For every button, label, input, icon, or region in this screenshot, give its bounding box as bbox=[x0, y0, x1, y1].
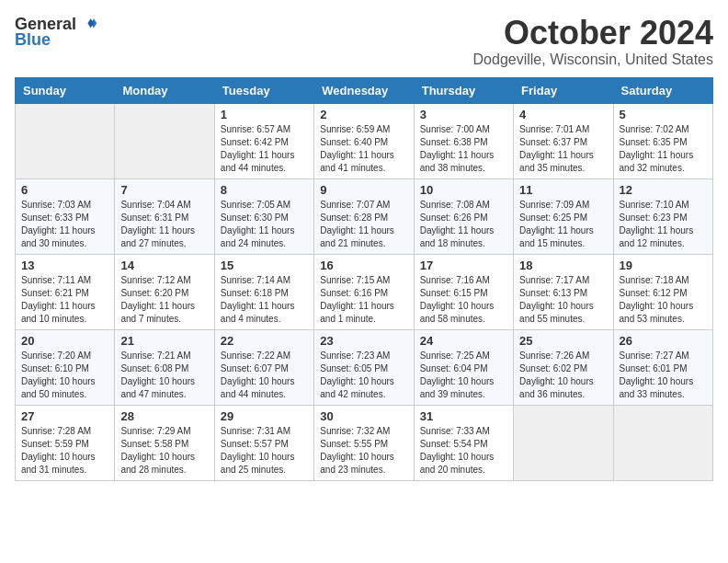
day-number: 4 bbox=[519, 108, 607, 121]
day-number: 6 bbox=[21, 183, 108, 197]
day-number: 11 bbox=[519, 183, 607, 197]
calendar-cell: 16Sunrise: 7:15 AM Sunset: 6:16 PM Dayli… bbox=[314, 254, 414, 329]
calendar-cell: 3Sunrise: 7:00 AM Sunset: 6:38 PM Daylig… bbox=[414, 103, 513, 178]
day-info: Sunrise: 7:29 AM Sunset: 5:58 PM Dayligh… bbox=[120, 425, 208, 477]
calendar-cell: 30Sunrise: 7:32 AM Sunset: 5:55 PM Dayli… bbox=[314, 405, 414, 480]
calendar-cell: 8Sunrise: 7:05 AM Sunset: 6:30 PM Daylig… bbox=[214, 178, 313, 254]
day-info: Sunrise: 7:08 AM Sunset: 6:26 PM Dayligh… bbox=[420, 199, 507, 250]
calendar-week-row: 1Sunrise: 6:57 AM Sunset: 6:42 PM Daylig… bbox=[16, 103, 713, 178]
calendar-cell bbox=[514, 405, 613, 480]
calendar-day-header: Wednesday bbox=[314, 77, 414, 103]
day-info: Sunrise: 7:25 AM Sunset: 6:04 PM Dayligh… bbox=[420, 350, 507, 401]
calendar-cell: 31Sunrise: 7:33 AM Sunset: 5:54 PM Dayli… bbox=[414, 405, 513, 480]
calendar-cell: 26Sunrise: 7:27 AM Sunset: 6:01 PM Dayli… bbox=[613, 329, 712, 405]
day-info: Sunrise: 7:32 AM Sunset: 5:55 PM Dayligh… bbox=[320, 425, 407, 477]
day-number: 23 bbox=[320, 334, 407, 348]
day-info: Sunrise: 7:21 AM Sunset: 6:08 PM Dayligh… bbox=[120, 350, 208, 401]
day-info: Sunrise: 7:33 AM Sunset: 5:54 PM Dayligh… bbox=[420, 425, 507, 477]
calendar-cell: 20Sunrise: 7:20 AM Sunset: 6:10 PM Dayli… bbox=[16, 329, 115, 405]
day-number: 26 bbox=[620, 334, 707, 348]
day-info: Sunrise: 7:27 AM Sunset: 6:01 PM Dayligh… bbox=[620, 350, 707, 401]
calendar-cell: 13Sunrise: 7:11 AM Sunset: 6:21 PM Dayli… bbox=[16, 254, 115, 329]
day-info: Sunrise: 7:02 AM Sunset: 6:35 PM Dayligh… bbox=[620, 123, 707, 175]
day-number: 19 bbox=[620, 259, 707, 272]
calendar-cell: 5Sunrise: 7:02 AM Sunset: 6:35 PM Daylig… bbox=[613, 103, 712, 178]
calendar-cell: 12Sunrise: 7:10 AM Sunset: 6:23 PM Dayli… bbox=[613, 178, 712, 254]
day-number: 25 bbox=[519, 334, 607, 348]
calendar-day-header: Sunday bbox=[16, 77, 115, 103]
day-info: Sunrise: 6:59 AM Sunset: 6:40 PM Dayligh… bbox=[320, 123, 407, 175]
calendar-cell: 21Sunrise: 7:21 AM Sunset: 6:08 PM Dayli… bbox=[115, 329, 214, 405]
calendar-cell: 6Sunrise: 7:03 AM Sunset: 6:33 PM Daylig… bbox=[16, 178, 115, 254]
day-number: 27 bbox=[21, 409, 108, 423]
calendar-cell bbox=[16, 103, 115, 178]
day-number: 9 bbox=[320, 183, 407, 197]
calendar-cell: 11Sunrise: 7:09 AM Sunset: 6:25 PM Dayli… bbox=[514, 178, 613, 254]
day-number: 3 bbox=[420, 108, 507, 121]
calendar-week-row: 13Sunrise: 7:11 AM Sunset: 6:21 PM Dayli… bbox=[16, 254, 713, 329]
calendar-cell: 22Sunrise: 7:22 AM Sunset: 6:07 PM Dayli… bbox=[214, 329, 313, 405]
day-number: 30 bbox=[320, 409, 407, 423]
location: Dodgeville, Wisconsin, United States bbox=[473, 52, 713, 68]
day-number: 31 bbox=[420, 409, 507, 423]
calendar-cell: 10Sunrise: 7:08 AM Sunset: 6:26 PM Dayli… bbox=[414, 178, 513, 254]
calendar-cell: 17Sunrise: 7:16 AM Sunset: 6:15 PM Dayli… bbox=[414, 254, 513, 329]
day-info: Sunrise: 7:14 AM Sunset: 6:18 PM Dayligh… bbox=[221, 274, 308, 326]
calendar-week-row: 20Sunrise: 7:20 AM Sunset: 6:10 PM Dayli… bbox=[16, 329, 713, 405]
day-info: Sunrise: 7:20 AM Sunset: 6:10 PM Dayligh… bbox=[21, 350, 108, 401]
title-section: October 2024 Dodgeville, Wisconsin, Unit… bbox=[473, 15, 713, 68]
day-number: 24 bbox=[420, 334, 507, 348]
day-info: Sunrise: 7:09 AM Sunset: 6:25 PM Dayligh… bbox=[519, 199, 607, 250]
day-info: Sunrise: 7:17 AM Sunset: 6:13 PM Dayligh… bbox=[519, 274, 607, 326]
day-info: Sunrise: 7:05 AM Sunset: 6:30 PM Dayligh… bbox=[221, 199, 308, 250]
calendar-cell: 15Sunrise: 7:14 AM Sunset: 6:18 PM Dayli… bbox=[214, 254, 313, 329]
day-info: Sunrise: 7:31 AM Sunset: 5:57 PM Dayligh… bbox=[221, 425, 308, 477]
day-info: Sunrise: 7:07 AM Sunset: 6:28 PM Dayligh… bbox=[320, 199, 407, 250]
calendar-day-header: Tuesday bbox=[214, 77, 313, 103]
calendar-cell bbox=[613, 405, 712, 480]
page-header: General Blue October 2024 Dodgeville, Wi… bbox=[15, 15, 713, 68]
logo-icon bbox=[80, 16, 98, 34]
day-number: 17 bbox=[420, 259, 507, 272]
day-number: 2 bbox=[320, 108, 407, 121]
day-number: 10 bbox=[420, 183, 507, 197]
day-info: Sunrise: 7:28 AM Sunset: 5:59 PM Dayligh… bbox=[21, 425, 108, 477]
calendar-day-header: Thursday bbox=[414, 77, 513, 103]
calendar-cell: 25Sunrise: 7:26 AM Sunset: 6:02 PM Dayli… bbox=[514, 329, 613, 405]
day-number: 7 bbox=[120, 183, 208, 197]
calendar-cell: 4Sunrise: 7:01 AM Sunset: 6:37 PM Daylig… bbox=[514, 103, 613, 178]
day-info: Sunrise: 7:00 AM Sunset: 6:38 PM Dayligh… bbox=[420, 123, 507, 175]
calendar-cell: 9Sunrise: 7:07 AM Sunset: 6:28 PM Daylig… bbox=[314, 178, 414, 254]
day-info: Sunrise: 7:23 AM Sunset: 6:05 PM Dayligh… bbox=[320, 350, 407, 401]
day-info: Sunrise: 7:04 AM Sunset: 6:31 PM Dayligh… bbox=[120, 199, 208, 250]
logo-blue: Blue bbox=[15, 30, 51, 50]
calendar-cell: 23Sunrise: 7:23 AM Sunset: 6:05 PM Dayli… bbox=[314, 329, 414, 405]
day-info: Sunrise: 7:03 AM Sunset: 6:33 PM Dayligh… bbox=[21, 199, 108, 250]
calendar-cell: 14Sunrise: 7:12 AM Sunset: 6:20 PM Dayli… bbox=[115, 254, 214, 329]
month-title: October 2024 bbox=[473, 15, 713, 52]
calendar-week-row: 6Sunrise: 7:03 AM Sunset: 6:33 PM Daylig… bbox=[16, 178, 713, 254]
day-info: Sunrise: 7:18 AM Sunset: 6:12 PM Dayligh… bbox=[620, 274, 707, 326]
calendar-cell: 7Sunrise: 7:04 AM Sunset: 6:31 PM Daylig… bbox=[115, 178, 214, 254]
day-number: 16 bbox=[320, 259, 407, 272]
day-info: Sunrise: 7:11 AM Sunset: 6:21 PM Dayligh… bbox=[21, 274, 108, 326]
day-number: 14 bbox=[120, 259, 208, 272]
day-info: Sunrise: 7:01 AM Sunset: 6:37 PM Dayligh… bbox=[519, 123, 607, 175]
day-number: 5 bbox=[620, 108, 707, 121]
day-number: 20 bbox=[21, 334, 108, 348]
day-number: 1 bbox=[221, 108, 308, 121]
day-number: 15 bbox=[221, 259, 308, 272]
day-number: 13 bbox=[21, 259, 108, 272]
calendar-cell: 2Sunrise: 6:59 AM Sunset: 6:40 PM Daylig… bbox=[314, 103, 414, 178]
day-info: Sunrise: 7:15 AM Sunset: 6:16 PM Dayligh… bbox=[320, 274, 407, 326]
day-info: Sunrise: 7:16 AM Sunset: 6:15 PM Dayligh… bbox=[420, 274, 507, 326]
day-number: 8 bbox=[221, 183, 308, 197]
calendar-day-header: Friday bbox=[514, 77, 613, 103]
calendar-day-header: Saturday bbox=[613, 77, 712, 103]
calendar-cell: 18Sunrise: 7:17 AM Sunset: 6:13 PM Dayli… bbox=[514, 254, 613, 329]
calendar-cell: 28Sunrise: 7:29 AM Sunset: 5:58 PM Dayli… bbox=[115, 405, 214, 480]
calendar-cell: 19Sunrise: 7:18 AM Sunset: 6:12 PM Dayli… bbox=[613, 254, 712, 329]
calendar-cell: 24Sunrise: 7:25 AM Sunset: 6:04 PM Dayli… bbox=[414, 329, 513, 405]
calendar-cell: 27Sunrise: 7:28 AM Sunset: 5:59 PM Dayli… bbox=[16, 405, 115, 480]
day-info: Sunrise: 7:26 AM Sunset: 6:02 PM Dayligh… bbox=[519, 350, 607, 401]
